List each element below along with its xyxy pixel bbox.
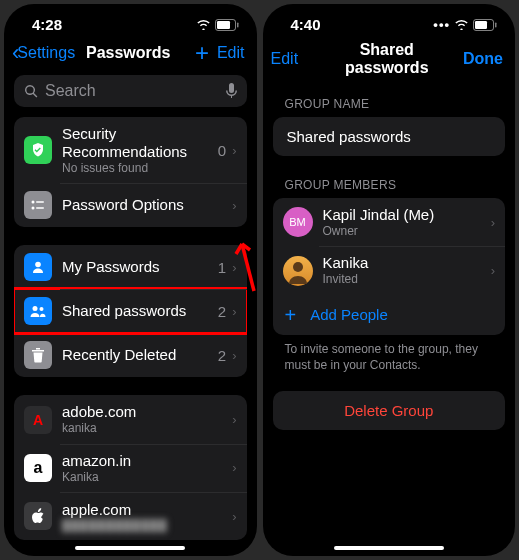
- wifi-icon: [454, 19, 469, 30]
- svg-point-13: [293, 262, 303, 272]
- status-indicators: [196, 19, 239, 31]
- chevron-right-icon: ›: [232, 198, 236, 213]
- chevron-right-icon: ›: [232, 260, 236, 275]
- battery-icon: [473, 19, 497, 31]
- battery-icon: [215, 19, 239, 31]
- search-input[interactable]: Search: [14, 75, 247, 107]
- passwords-screen: 4:28 ‹ Settings Passwords + Edit Search: [4, 4, 257, 556]
- my-passwords-row[interactable]: My Passwords 1 ›: [14, 245, 247, 289]
- nav-title: Shared passwords: [341, 41, 434, 77]
- svg-point-7: [35, 262, 41, 268]
- row-title: Security Recommendations: [62, 125, 208, 161]
- security-recommendations-row[interactable]: Security Recommendations No issues found…: [14, 117, 247, 183]
- members-header: GROUP MEMBERS: [273, 174, 506, 198]
- status-time: 4:28: [32, 16, 62, 33]
- count-badge: 0: [218, 142, 226, 159]
- svg-point-8: [33, 306, 38, 311]
- member-row-owner[interactable]: BM Kapil Jindal (Me) Owner ›: [273, 198, 506, 246]
- people-icon: [24, 297, 52, 325]
- svg-rect-1: [217, 21, 230, 29]
- edit-button[interactable]: Edit: [217, 44, 245, 62]
- back-label: Settings: [17, 44, 75, 62]
- chevron-right-icon: ›: [232, 412, 236, 427]
- svg-rect-11: [475, 21, 487, 29]
- avatar: [283, 256, 313, 286]
- plus-icon: +: [285, 305, 297, 325]
- site-user-masked: ████████████: [62, 519, 222, 532]
- group-name-header: GROUP NAME: [273, 93, 506, 117]
- member-name: Kapil Jindal (Me): [323, 206, 481, 224]
- chevron-right-icon: ›: [491, 263, 495, 278]
- shared-passwords-row[interactable]: Shared passwords 2 ›: [14, 289, 247, 333]
- site-domain: apple.com: [62, 501, 222, 519]
- add-people-label: Add People: [310, 306, 388, 323]
- person-icon: [24, 253, 52, 281]
- row-title: Recently Deleted: [62, 346, 208, 364]
- apple-icon: [24, 502, 52, 530]
- site-user: Kanika: [62, 470, 222, 484]
- nav-bar: ‹ Settings Passwords + Edit: [4, 37, 257, 71]
- group-name-input[interactable]: Shared passwords: [273, 117, 506, 156]
- search-placeholder: Search: [45, 82, 220, 100]
- member-row-invited[interactable]: Kanika Invited ›: [273, 246, 506, 294]
- chevron-right-icon: ›: [232, 509, 236, 524]
- member-role: Owner: [323, 224, 481, 238]
- password-options-row[interactable]: Password Options ›: [14, 183, 247, 227]
- chevron-right-icon: ›: [232, 304, 236, 319]
- site-row-adobe[interactable]: A adobe.com kanika ›: [14, 395, 247, 443]
- chevron-right-icon: ›: [232, 143, 236, 158]
- row-title: Password Options: [62, 196, 222, 214]
- site-row-amazon[interactable]: a amazon.in Kanika ›: [14, 444, 247, 492]
- svg-point-3: [32, 201, 35, 204]
- status-bar: 4:28: [4, 4, 257, 37]
- svg-rect-12: [495, 22, 497, 27]
- microphone-icon[interactable]: [226, 83, 237, 99]
- back-button[interactable]: ‹ Settings: [12, 42, 75, 64]
- member-role: Invited: [323, 272, 481, 286]
- nav-bar: Edit Shared passwords Done: [263, 37, 516, 83]
- add-people-button[interactable]: + Add People: [273, 295, 506, 335]
- done-button[interactable]: Done: [463, 50, 503, 68]
- svg-rect-6: [36, 208, 44, 210]
- row-subtitle: No issues found: [62, 161, 208, 175]
- delete-group-button[interactable]: Delete Group: [273, 391, 506, 430]
- options-icon: [24, 191, 52, 219]
- amazon-icon: a: [24, 454, 52, 482]
- site-row-apple[interactable]: apple.com ████████████ ›: [14, 492, 247, 540]
- members-footer: To invite someone to the group, they mus…: [273, 335, 506, 373]
- recently-deleted-row[interactable]: Recently Deleted 2 ›: [14, 333, 247, 377]
- svg-rect-2: [237, 22, 239, 27]
- row-title: Shared passwords: [62, 302, 208, 320]
- avatar: BM: [283, 207, 313, 237]
- add-button[interactable]: +: [195, 41, 209, 65]
- home-indicator[interactable]: [334, 546, 444, 550]
- svg-point-5: [32, 207, 35, 210]
- group-name-value: Shared passwords: [287, 128, 411, 145]
- count-badge: 1: [218, 259, 226, 276]
- search-icon: [24, 84, 39, 99]
- chevron-right-icon: ›: [232, 460, 236, 475]
- site-domain: amazon.in: [62, 452, 222, 470]
- status-indicators: •••: [433, 17, 497, 32]
- count-badge: 2: [218, 303, 226, 320]
- wifi-icon: [196, 19, 211, 30]
- status-time: 4:40: [291, 16, 321, 33]
- member-name: Kanika: [323, 254, 481, 272]
- nav-title: Passwords: [82, 44, 175, 62]
- chevron-right-icon: ›: [232, 348, 236, 363]
- edit-button[interactable]: Edit: [271, 50, 299, 68]
- home-indicator[interactable]: [75, 546, 185, 550]
- chevron-right-icon: ›: [491, 215, 495, 230]
- count-badge: 2: [218, 347, 226, 364]
- row-title: My Passwords: [62, 258, 208, 276]
- shared-group-screen: 4:40 ••• Edit Shared passwords Done GROU…: [263, 4, 516, 556]
- svg-point-9: [40, 307, 44, 311]
- shield-icon: [24, 136, 52, 164]
- trash-icon: [24, 341, 52, 369]
- site-user: kanika: [62, 421, 222, 435]
- site-domain: adobe.com: [62, 403, 222, 421]
- svg-rect-4: [36, 202, 44, 204]
- adobe-icon: A: [24, 406, 52, 434]
- status-bar: 4:40 •••: [263, 4, 516, 37]
